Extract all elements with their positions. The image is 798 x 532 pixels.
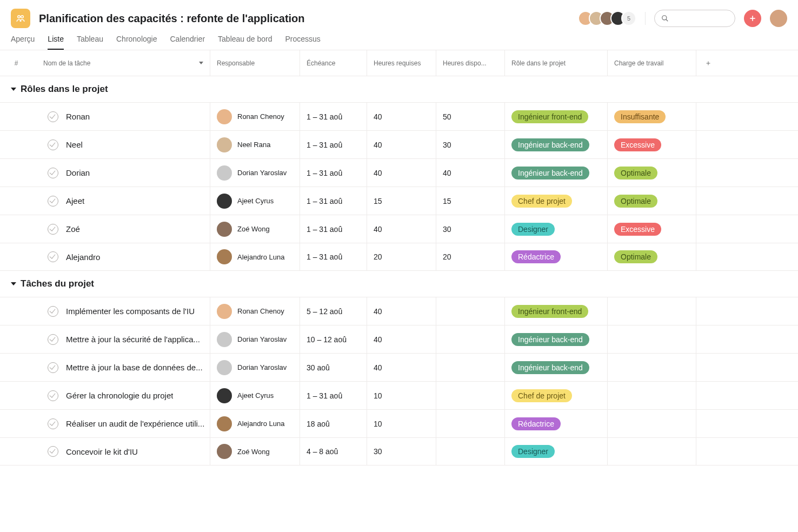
charge-pill[interactable]: Optimale (614, 167, 657, 179)
project-title[interactable]: Planification des capacités : refonte de… (39, 12, 582, 25)
charge-pill[interactable]: Excessive (614, 223, 661, 236)
col-charge[interactable]: Charge de travail (607, 50, 696, 76)
role-pill[interactable]: Ingénieur back-end (511, 333, 589, 346)
complete-checkbox[interactable] (48, 196, 58, 207)
add-button[interactable] (744, 10, 761, 27)
echeance-value: 1 – 31 aoû (307, 225, 342, 234)
role-pill[interactable]: Ingénieur back-end (511, 167, 589, 179)
complete-checkbox[interactable] (48, 362, 58, 373)
table-row[interactable]: Gérer la chronologie du projet Ajeet Cyr… (0, 381, 798, 409)
tab-calendrier[interactable]: Calendrier (170, 35, 205, 50)
search-icon (661, 15, 669, 22)
table-row[interactable]: Réaliser un audit de l'expérience utili.… (0, 409, 798, 437)
avatar (217, 416, 232, 431)
charge-pill[interactable]: Insuffisante (614, 110, 666, 123)
table-row[interactable]: Concevoir le kit d'IU Zoé Wong 4 – 8 aoû… (0, 437, 798, 466)
heures-dispo-value: 15 (443, 197, 451, 205)
complete-checkbox[interactable] (48, 139, 58, 150)
charge-pill[interactable]: Excessive (614, 138, 661, 151)
section-title: Tâches du projet (21, 278, 94, 289)
complete-checkbox[interactable] (48, 306, 58, 317)
tab-tableau-bord[interactable]: Tableau de bord (218, 35, 272, 50)
role-pill[interactable]: Designer (511, 445, 555, 458)
role-pill[interactable]: Rédactrice (511, 250, 561, 263)
task-name[interactable]: Mettre à jour la sécurité de l'applica..… (66, 335, 200, 344)
task-name[interactable]: Mettre à jour la base de données de... (66, 363, 203, 372)
role-pill[interactable]: Rédactrice (511, 417, 561, 430)
task-name[interactable]: Ronan (66, 112, 90, 121)
tab-processus[interactable]: Processus (285, 35, 321, 50)
add-column[interactable] (696, 50, 798, 76)
role-pill[interactable]: Ingénieur front-end (511, 110, 588, 123)
complete-checkbox[interactable] (48, 251, 58, 262)
col-heures-dispo[interactable]: Heures dispo... (436, 50, 504, 76)
charge-pill[interactable]: Optimale (614, 250, 657, 263)
col-responsable[interactable]: Responsable (210, 50, 300, 76)
user-avatar[interactable] (770, 10, 787, 27)
col-name-label: Nom de la tâche (43, 59, 90, 67)
section-toggle-icon[interactable] (11, 282, 16, 285)
role-pill[interactable]: Chef de projet (511, 195, 572, 208)
role-pill[interactable]: Chef de projet (511, 389, 572, 402)
col-hash: # (0, 59, 22, 67)
table-row[interactable]: Zoé Zoé Wong 1 – 31 aoû 40 30 Designer E… (0, 215, 798, 243)
task-name[interactable]: Neel (66, 140, 83, 149)
table-row[interactable]: Ronan Ronan Chenoy 1 – 31 aoû 40 50 Ingé… (0, 102, 798, 130)
task-name[interactable]: Gérer la chronologie du projet (66, 391, 173, 400)
heures-requises-value: 40 (374, 112, 382, 121)
tab-liste[interactable]: Liste (48, 35, 64, 50)
responsable-name: Ronan Chenoy (237, 112, 284, 121)
col-echeance[interactable]: Échéance (300, 50, 367, 76)
task-name[interactable]: Réaliser un audit de l'expérience utili.… (66, 419, 204, 428)
responsable-name: Zoé Wong (237, 448, 270, 456)
role-pill[interactable]: Ingénieur back-end (511, 138, 589, 151)
section-roles[interactable]: Rôles dans le projet (0, 76, 798, 102)
project-icon[interactable] (11, 9, 30, 28)
role-pill[interactable]: Ingénieur back-end (511, 361, 589, 374)
table-row[interactable]: Dorian Dorian Yaroslav 1 – 31 aoû 40 40 … (0, 158, 798, 187)
svg-point-0 (18, 16, 21, 18)
complete-checkbox[interactable] (48, 111, 58, 122)
heures-dispo-value: 30 (443, 141, 451, 149)
col-heures-requises[interactable]: Heures requises (367, 50, 436, 76)
table-row[interactable]: Alejandro Alejandro Luna 1 – 31 aoû 20 2… (0, 243, 798, 271)
heures-dispo-value: 20 (443, 252, 451, 261)
table-row[interactable]: Mettre à jour la sécurité de l'applica..… (0, 325, 798, 353)
task-name[interactable]: Dorian (66, 168, 90, 177)
table-row[interactable]: Neel Neel Rana 1 – 31 aoû 40 30 Ingénieu… (0, 130, 798, 158)
avatar-more-count[interactable]: 5 (621, 11, 636, 26)
task-name[interactable]: Ajeet (66, 196, 84, 205)
complete-checkbox[interactable] (48, 224, 58, 235)
member-avatars[interactable]: 5 (582, 11, 636, 26)
avatar (217, 360, 232, 375)
complete-checkbox[interactable] (48, 334, 58, 345)
section-taches[interactable]: Tâches du projet (0, 271, 798, 297)
tab-apercu[interactable]: Aperçu (11, 35, 35, 50)
col-role[interactable]: Rôle dans le projet (504, 50, 607, 76)
complete-checkbox[interactable] (48, 418, 58, 429)
task-name[interactable]: Zoé (66, 224, 80, 234)
tab-chronologie[interactable]: Chronologie (116, 35, 157, 50)
task-name[interactable]: Concevoir le kit d'IU (66, 447, 138, 456)
table-row[interactable]: Implémenter les composants de l'IU Ronan… (0, 297, 798, 325)
complete-checkbox[interactable] (48, 168, 58, 178)
heures-requises-value: 40 (374, 363, 382, 372)
table-row[interactable]: Ajeet Ajeet Cyrus 1 – 31 aoû 15 15 Chef … (0, 187, 798, 215)
responsable-name: Alejandro Luna (237, 420, 284, 428)
task-name[interactable]: Implémenter les composants de l'IU (66, 307, 195, 316)
search-input[interactable] (672, 15, 728, 23)
role-pill[interactable]: Ingénieur front-end (511, 305, 588, 318)
role-pill[interactable]: Designer (511, 223, 555, 236)
divider (645, 12, 646, 25)
charge-pill[interactable]: Optimale (614, 195, 657, 208)
chevron-down-icon[interactable] (199, 62, 203, 64)
col-name[interactable]: Nom de la tâche (22, 59, 210, 67)
complete-checkbox[interactable] (48, 446, 58, 457)
heures-dispo-value: 50 (443, 112, 451, 121)
section-toggle-icon[interactable] (11, 88, 16, 91)
task-name[interactable]: Alejandro (66, 252, 100, 262)
complete-checkbox[interactable] (48, 390, 58, 401)
table-row[interactable]: Mettre à jour la base de données de... D… (0, 353, 798, 381)
search-box[interactable] (654, 10, 735, 27)
tab-tableau[interactable]: Tableau (77, 35, 103, 50)
